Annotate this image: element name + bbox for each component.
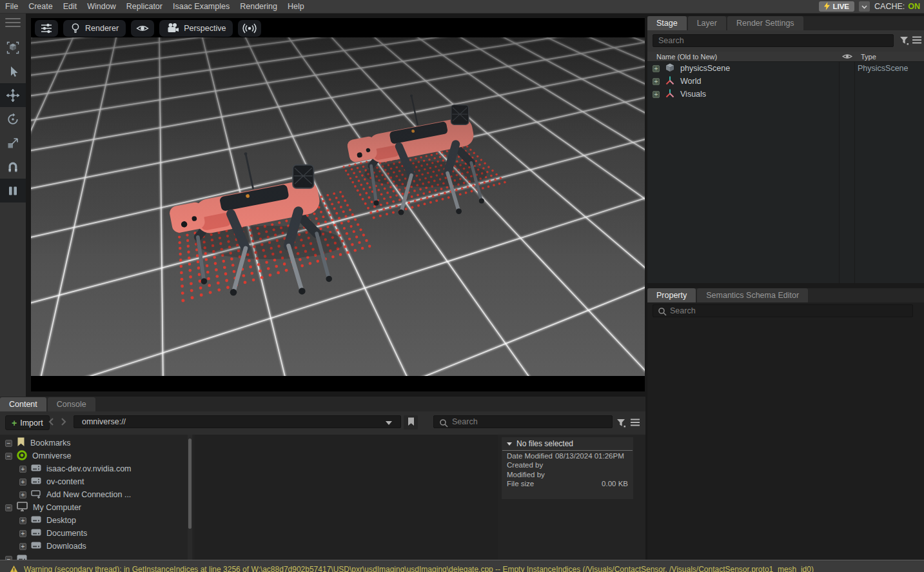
detail-file-size: File size 0.00 KB xyxy=(502,479,633,489)
prim-name: physicsScene xyxy=(680,64,730,73)
visibility-column-eye-icon[interactable] xyxy=(842,53,852,61)
viewport-settings-button[interactable] xyxy=(35,20,58,37)
visibility-button[interactable] xyxy=(131,20,154,37)
add-connection-icon xyxy=(26,489,41,500)
camera-button[interactable]: Perspective xyxy=(159,20,233,37)
file-grid-area[interactable] xyxy=(195,435,498,560)
expand-plus-icon[interactable]: + xyxy=(653,78,660,85)
collapse-minus-icon[interactable]: − xyxy=(5,440,12,447)
column-type-label[interactable]: Type xyxy=(861,53,876,61)
toolbar-grip-icon[interactable] xyxy=(0,14,26,35)
tab-console[interactable]: Console xyxy=(48,397,95,411)
property-search-input[interactable] xyxy=(653,304,913,317)
expand-plus-icon[interactable]: + xyxy=(19,530,26,537)
tree-item-bookmarks[interactable]: − Bookmarks xyxy=(0,437,187,449)
right-panel: Stage Layer Render Settings Name (Old to… xyxy=(647,16,924,560)
warning-icon xyxy=(9,565,19,572)
stage-options-button[interactable] xyxy=(912,35,922,46)
tree-item-add-new-connection[interactable]: + Add New Connection ... xyxy=(0,488,187,501)
menu-create[interactable]: Create xyxy=(23,2,58,11)
detail-date-modified: Date Modified 08/13/2024 01:26PM xyxy=(502,451,633,460)
tree-item-ov-content[interactable]: + ov-content xyxy=(0,475,187,488)
menu-rendering[interactable]: Rendering xyxy=(235,2,282,11)
sliders-icon xyxy=(40,23,53,34)
menu-window[interactable]: Window xyxy=(82,2,121,11)
select-mode-button[interactable] xyxy=(0,35,26,59)
left-toolbar xyxy=(0,14,26,397)
content-options-button[interactable] xyxy=(630,418,640,429)
expand-plus-icon[interactable]: + xyxy=(19,466,26,473)
viewport-render-area[interactable] xyxy=(31,37,645,376)
stage-row-visuals[interactable]: + Visuals xyxy=(647,88,924,101)
tree-scrollbar[interactable] xyxy=(188,435,192,560)
detail-modified-by: Modified by xyxy=(502,469,633,479)
server-icon xyxy=(26,477,41,487)
snap-tool-button[interactable] xyxy=(0,155,26,179)
prim-type: PhysicsScene xyxy=(858,64,909,73)
tree-item-isaac-dev[interactable]: + isaac-dev.ov.nvidia.com xyxy=(0,462,187,475)
tree-item-omniverse[interactable]: − Omniverse xyxy=(0,449,187,462)
content-tabbar: Content Console xyxy=(0,397,645,411)
tree-item-desktop[interactable]: + Desktop xyxy=(0,514,187,527)
menu-edit[interactable]: Edit xyxy=(58,2,83,11)
expand-plus-icon[interactable]: + xyxy=(653,65,660,72)
audio-button[interactable] xyxy=(238,20,261,37)
expand-plus-icon[interactable]: + xyxy=(19,543,26,550)
filter-icon xyxy=(899,37,909,47)
content-browser: Content Console + Import xyxy=(0,397,645,560)
tree-item-partial[interactable]: − xyxy=(0,553,187,560)
viewport-3d[interactable]: Renderer Perspective xyxy=(31,18,645,391)
column-name-label[interactable]: Name (Old to New) xyxy=(656,53,717,61)
rotate-tool-button[interactable] xyxy=(0,107,26,131)
renderer-button[interactable]: Renderer xyxy=(63,20,126,37)
move-tool-button[interactable] xyxy=(0,83,26,107)
camera-icon xyxy=(166,23,179,34)
tab-layer[interactable]: Layer xyxy=(688,16,726,30)
path-input[interactable] xyxy=(74,415,401,428)
tree-item-my-computer[interactable]: − My Computer xyxy=(0,501,187,514)
menu-file[interactable]: File xyxy=(5,2,23,11)
live-dropdown-button[interactable] xyxy=(859,1,870,12)
cursor-select-button[interactable] xyxy=(0,59,26,83)
menu-isaac-examples[interactable]: Isaac Examples xyxy=(168,2,235,11)
tree-scrollbar-thumb[interactable] xyxy=(188,439,192,529)
select-cube-icon xyxy=(6,41,20,55)
expand-plus-icon[interactable]: + xyxy=(19,478,26,486)
stage-row-physicsscene[interactable]: + physicsScene PhysicsScene xyxy=(647,62,924,75)
tab-stage[interactable]: Stage xyxy=(647,16,687,30)
tab-property[interactable]: Property xyxy=(647,288,696,302)
nav-back-button[interactable] xyxy=(48,417,54,428)
lightbulb-icon xyxy=(70,23,81,34)
stage-tabbar: Stage Layer Render Settings xyxy=(647,16,924,30)
prim-name: Visuals xyxy=(680,90,706,99)
live-button[interactable]: LIVE xyxy=(819,1,854,12)
collapse-minus-icon[interactable]: − xyxy=(5,504,12,511)
tab-content[interactable]: Content xyxy=(0,397,46,411)
content-search-input[interactable] xyxy=(433,415,613,428)
3d-scene xyxy=(31,37,645,376)
tab-render-settings[interactable]: Render Settings xyxy=(727,16,803,30)
stage-row-world[interactable]: + World xyxy=(647,75,924,88)
viewport-toolbar: Renderer Perspective xyxy=(35,19,261,37)
content-tree: − Bookmarks − Omniverse + xyxy=(0,435,193,560)
bookmark-button[interactable] xyxy=(404,415,418,429)
content-filter-button[interactable] xyxy=(616,418,626,429)
menu-help[interactable]: Help xyxy=(282,2,310,11)
expand-plus-icon[interactable]: + xyxy=(653,91,660,98)
collapse-minus-icon[interactable]: − xyxy=(5,453,12,460)
tab-semantics-schema-editor[interactable]: Semantics Schema Editor xyxy=(697,288,808,302)
stage-filter-button[interactable] xyxy=(899,35,909,47)
expand-plus-icon[interactable]: + xyxy=(19,491,26,498)
tree-item-downloads[interactable]: + Downloads xyxy=(0,540,187,553)
details-header[interactable]: No files selected xyxy=(502,437,633,450)
scale-tool-button[interactable] xyxy=(0,131,26,155)
stage-search-input[interactable] xyxy=(653,34,894,47)
import-button[interactable]: + Import xyxy=(5,415,50,430)
pause-button[interactable] xyxy=(0,179,26,202)
path-dropdown-icon[interactable] xyxy=(386,421,392,425)
expand-plus-icon[interactable]: + xyxy=(19,517,26,524)
menu-replicator[interactable]: Replicator xyxy=(121,2,168,11)
tree-item-documents[interactable]: + Documents xyxy=(0,527,187,540)
pause-icon xyxy=(6,184,20,198)
nav-forward-button[interactable] xyxy=(61,417,67,428)
